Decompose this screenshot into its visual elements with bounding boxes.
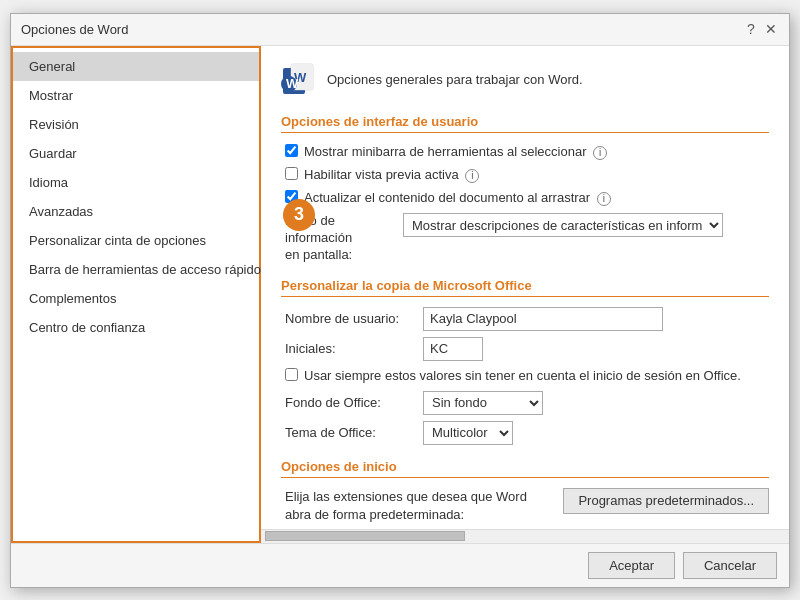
fondo-select[interactable]: Sin fondo (423, 391, 543, 415)
fondo-label: Fondo de Office: (285, 395, 415, 410)
cancelar-button[interactable]: Cancelar (683, 552, 777, 579)
sidebar-item-idioma[interactable]: Idioma (13, 168, 259, 197)
content-area: General Mostrar Revisión Guardar Idioma … (11, 46, 789, 543)
nombre-label: Nombre de usuario: (285, 311, 415, 326)
programas-btn[interactable]: Programas predeterminados... (563, 488, 769, 514)
nombre-input[interactable] (423, 307, 663, 331)
help-button[interactable]: ? (743, 21, 759, 37)
fondo-row: Fondo de Office: Sin fondo (281, 391, 769, 415)
close-button[interactable]: ✕ (763, 21, 779, 37)
info-icon-vista-previa[interactable]: i (465, 169, 479, 183)
main-header: W W Opciones generales para trabajar con… (281, 62, 769, 98)
checkbox-usar-siempre[interactable] (285, 368, 298, 381)
option-actualizar-row: Actualizar el contenido del documento al… (281, 189, 769, 207)
main-panel: W W Opciones generales para trabajar con… (261, 46, 789, 543)
aceptar-button[interactable]: Aceptar (588, 552, 675, 579)
info-icon-actualizar[interactable]: i (597, 192, 611, 206)
checkbox-minibarra[interactable] (285, 144, 298, 157)
option-actualizar-label: Actualizar el contenido del documento al… (304, 189, 611, 207)
svg-text:W: W (286, 76, 299, 91)
usar-siempre-label: Usar siempre estos valores sin tener en … (304, 367, 741, 385)
estilo-select[interactable]: Mostrar descripciones de características… (403, 213, 723, 237)
dialog-title: Opciones de Word (21, 22, 128, 37)
sidebar-item-guardar[interactable]: Guardar (13, 139, 259, 168)
title-bar: Opciones de Word ? ✕ (11, 14, 789, 46)
sidebar-item-mostrar[interactable]: Mostrar (13, 81, 259, 110)
section-personalize: Personalizar la copia de Microsoft Offic… (281, 278, 769, 297)
main-content: W W Opciones generales para trabajar con… (261, 46, 789, 529)
h-scroll-thumb[interactable] (265, 531, 465, 541)
iniciales-row: Iniciales: (281, 337, 769, 361)
sidebar-item-centro-confianza[interactable]: Centro de confianza (13, 313, 259, 342)
option-minibarra-label: Mostrar minibarra de herramientas al sel… (304, 143, 607, 161)
sidebar-item-avanzadas[interactable]: Avanzadas (13, 197, 259, 226)
step-badge: 3 (283, 199, 315, 231)
sidebar-item-revision[interactable]: Revisión (13, 110, 259, 139)
sidebar-item-personalizar-cinta[interactable]: Personalizar cinta de opciones (13, 226, 259, 255)
sidebar-item-barra-herramientas[interactable]: Barra de herramientas de acceso rápido (13, 255, 259, 284)
word-icon: W W (281, 62, 317, 98)
usar-siempre-row: Usar siempre estos valores sin tener en … (281, 367, 769, 385)
programas-row: Elija las extensiones que desea que Word… (281, 488, 769, 524)
info-icon-minibarra[interactable]: i (593, 146, 607, 160)
extensiones-text: Elija las extensiones que desea que Word… (285, 488, 547, 524)
option-minibarra-row: Mostrar minibarra de herramientas al sel… (281, 143, 769, 161)
bottom-bar: Aceptar Cancelar (11, 543, 789, 587)
tema-label: Tema de Office: (285, 425, 415, 440)
iniciales-input[interactable] (423, 337, 483, 361)
title-bar-controls: ? ✕ (743, 21, 779, 37)
checkbox-vista-previa[interactable] (285, 167, 298, 180)
option-vista-previa-row: Habilitar vista previa activa i (281, 166, 769, 184)
iniciales-label: Iniciales: (285, 341, 415, 356)
dialog: Opciones de Word ? ✕ General Mostrar Rev… (10, 13, 790, 588)
tema-row: Tema de Office: Multicolor (281, 421, 769, 445)
tema-select[interactable]: Multicolor (423, 421, 513, 445)
option-vista-previa-label: Habilitar vista previa activa i (304, 166, 479, 184)
sidebar-item-general[interactable]: General (13, 52, 259, 81)
section-user-interface: Opciones de interfaz de usuario (281, 114, 769, 133)
sidebar: General Mostrar Revisión Guardar Idioma … (11, 46, 261, 543)
estilo-row: Estilo deinformaciónen pantalla: Mostrar… (281, 213, 769, 264)
horizontal-scrollbar[interactable] (261, 529, 789, 543)
section-inicio: Opciones de inicio (281, 459, 769, 478)
sidebar-item-complementos[interactable]: Complementos (13, 284, 259, 313)
main-header-text: Opciones generales para trabajar con Wor… (327, 72, 583, 87)
nombre-row: Nombre de usuario: (281, 307, 769, 331)
